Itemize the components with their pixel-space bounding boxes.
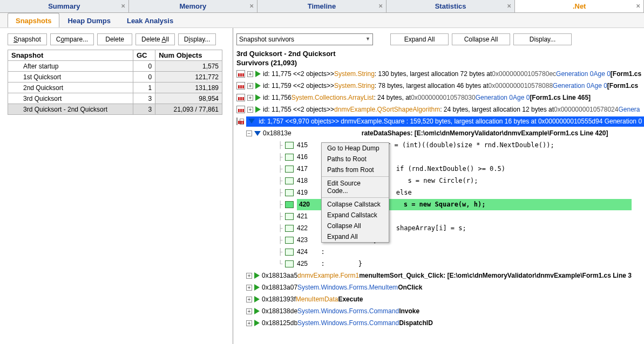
survivors-pane: Snapshot survivors Expand All Collapse A… — [233, 28, 644, 344]
close-icon[interactable]: ⨯ — [507, 3, 512, 9]
chart-icon — [236, 118, 238, 125]
close-icon[interactable]: ⨯ — [636, 3, 641, 9]
subtab-snapshots[interactable]: Snapshots — [8, 13, 59, 27]
expand-all-button[interactable]: Expand All — [390, 33, 449, 45]
main-tab-bar: Summary⨯ Memory⨯ Timeline⨯ Statistics⨯ .… — [0, 0, 644, 13]
subtab-heap-dumps[interactable]: Heap Dumps — [59, 13, 118, 27]
line-icon — [285, 201, 294, 208]
compare-button[interactable]: Compare... — [50, 33, 94, 45]
table-row[interactable]: 3rd Quicksort - 2nd Quicksort321,093 / 7… — [8, 104, 222, 115]
col-gc[interactable]: GC — [133, 50, 155, 61]
expand-icon[interactable]: + — [246, 273, 252, 279]
menu-separator — [322, 197, 389, 198]
line-icon — [285, 177, 294, 184]
filter-select[interactable]: Snapshot survivors — [236, 33, 373, 45]
close-icon[interactable]: ⨯ — [121, 3, 126, 9]
tree-row[interactable]: + id: 11,775 <<2 objects>> System.String… — [236, 68, 644, 80]
chart-icon — [236, 106, 245, 113]
down-arrow-icon — [254, 131, 261, 136]
tree-row[interactable]: +0x1881393f MenuItemData Execute — [236, 293, 644, 305]
delete-all-button[interactable]: Delete All — [135, 33, 175, 45]
source-line: ├424 : — [236, 246, 644, 258]
chart-icon — [236, 82, 245, 90]
table-row[interactable]: 2nd Quicksort1131,189 — [8, 82, 222, 93]
play-icon — [255, 94, 261, 101]
menu-paths-from-root[interactable]: Paths from Root — [322, 164, 389, 175]
tab-statistics[interactable]: Statistics⨯ — [387, 0, 516, 12]
display-right-button[interactable]: Display... — [513, 33, 572, 45]
source-line: ├422 :shapeArray[i] = s; — [236, 222, 644, 234]
menu-expand-all[interactable]: Expand All — [322, 231, 389, 242]
line-icon — [285, 260, 294, 267]
tab-memory[interactable]: Memory⨯ — [129, 0, 258, 12]
collapse-all-button[interactable]: Collapse All — [452, 33, 510, 45]
menu-collapse-all[interactable]: Collapse All — [322, 221, 389, 231]
table-row[interactable]: 3rd Quicksort398,954 — [8, 93, 222, 104]
close-icon[interactable]: ⨯ — [249, 3, 255, 9]
tree-row[interactable]: +0x18813a07 System.Windows.Forms.MenuIte… — [236, 281, 644, 293]
source-line: ├423 :} — [236, 234, 644, 246]
table-row[interactable]: After startup01,575 — [8, 61, 222, 72]
expand-icon[interactable]: + — [246, 297, 252, 302]
line-icon — [285, 154, 294, 161]
tab-dotnet[interactable]: .Net⨯ — [515, 0, 644, 12]
source-line: └425 :} — [236, 258, 644, 270]
source-line: ├416 : — [236, 151, 644, 163]
line-icon — [285, 142, 294, 149]
tree-row-selected[interactable]: − id: 1,757 <<9,970 objects>> dnmvExampl… — [236, 115, 644, 127]
col-num-objects[interactable]: Num Objects — [155, 50, 222, 61]
right-toolbar: Snapshot survivors Expand All Collapse A… — [236, 33, 644, 45]
expand-icon[interactable]: + — [246, 320, 252, 326]
expand-icon[interactable]: + — [247, 71, 253, 77]
tree-row[interactable]: +0x18813aa5 dnmvExample.Form1 menuItemSo… — [236, 270, 644, 281]
source-line: ├415r = (int)((double)size * rnd.NextDou… — [236, 139, 644, 151]
delete-button[interactable]: Delete — [97, 33, 132, 45]
collapse-icon[interactable]: − — [246, 130, 252, 136]
diff-title: 3rd Quicksort - 2nd Quicksort — [236, 49, 644, 59]
source-line: ├419 :else — [236, 187, 644, 198]
play-icon — [255, 106, 261, 113]
tree-row[interactable]: − 0x18813e rateDataShapes : [E:\om\c\dnM… — [236, 127, 644, 139]
source-line: ├421 : — [236, 210, 644, 222]
source-line: ├417 :if (rnd.NextDouble() >= 0.5) — [236, 163, 644, 175]
menu-collapse-callstack[interactable]: Collapse Callstack — [322, 199, 389, 210]
chart-icon — [236, 94, 245, 101]
table-row[interactable]: 1st Quicksort0121,772 — [8, 72, 222, 82]
survivors-count: Survivors (21,093) — [236, 59, 644, 67]
menu-paths-to-root[interactable]: Paths to Root — [322, 154, 389, 164]
expand-icon[interactable]: + — [247, 95, 253, 101]
expand-icon[interactable]: + — [247, 83, 253, 89]
subtab-leak-analysis[interactable]: Leak Analysis — [119, 13, 181, 27]
tab-summary[interactable]: Summary⨯ — [0, 0, 129, 12]
line-icon — [285, 225, 294, 232]
context-menu: Go to Heap Dump Paths to Root Paths from… — [321, 142, 389, 243]
tree-row[interactable]: + id: 11,759 <<2 objects>> System.String… — [236, 80, 644, 92]
source-line-highlighted: ├420 s = new Square(w, h); — [236, 198, 644, 210]
play-icon — [255, 82, 261, 89]
tree-row[interactable]: +0x188138de System.Windows.Forms.Command… — [236, 305, 644, 317]
play-icon — [255, 71, 261, 77]
line-icon — [285, 166, 294, 173]
collapse-icon[interactable]: − — [240, 119, 244, 125]
tree-row[interactable]: +0x188125db System.Windows.Forms.Command… — [236, 317, 644, 329]
sub-tab-bar: Snapshots Heap Dumps Leak Analysis — [0, 13, 644, 28]
col-snapshot[interactable]: Snapshot — [8, 50, 133, 61]
play-icon — [254, 308, 260, 314]
tree-row[interactable]: + id: 11,756 System.Collections.ArrayLis… — [236, 92, 644, 104]
menu-separator — [322, 176, 389, 177]
expand-icon[interactable]: + — [247, 107, 253, 113]
display-button[interactable]: Display... — [178, 33, 216, 45]
snapshot-button[interactable]: Snapshot — [8, 33, 47, 45]
menu-edit-source[interactable]: Edit Source Code... — [322, 178, 389, 196]
tab-timeline[interactable]: Timeline⨯ — [257, 0, 387, 12]
play-icon — [254, 272, 260, 279]
chart-icon — [236, 70, 245, 78]
line-icon — [285, 189, 294, 196]
menu-expand-callstack[interactable]: Expand Callstack — [322, 210, 389, 221]
close-icon[interactable]: ⨯ — [378, 3, 384, 9]
tree-row[interactable]: + id: 11,755 <<2 objects>> dnmvExample.Q… — [236, 104, 644, 115]
line-icon — [285, 249, 294, 256]
expand-icon[interactable]: + — [246, 308, 252, 314]
expand-icon[interactable]: + — [246, 285, 252, 291]
menu-goto-heap-dump[interactable]: Go to Heap Dump — [322, 143, 389, 154]
